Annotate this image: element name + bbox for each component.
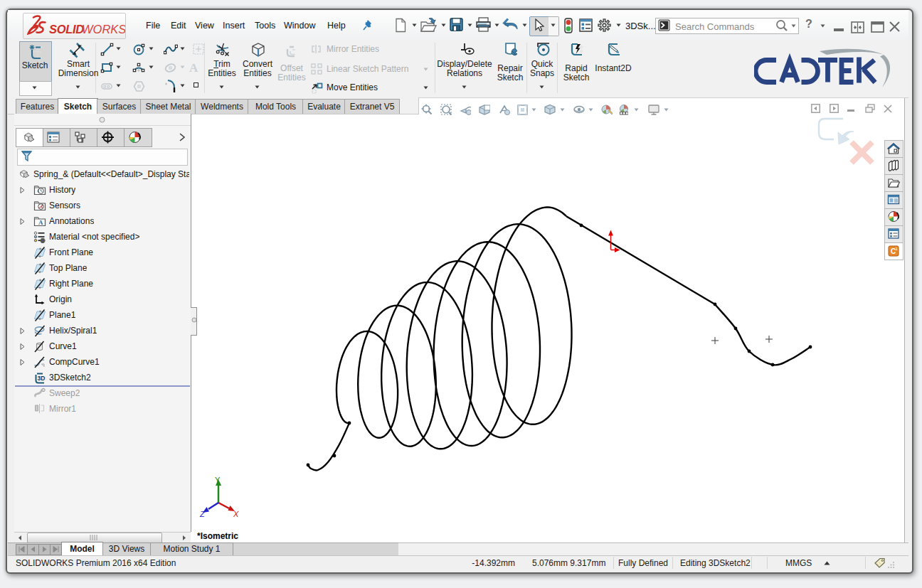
svg-text:Y: Y — [215, 476, 221, 484]
svg-text:X: X — [233, 510, 239, 518]
svg-text:Z: Z — [199, 510, 206, 518]
